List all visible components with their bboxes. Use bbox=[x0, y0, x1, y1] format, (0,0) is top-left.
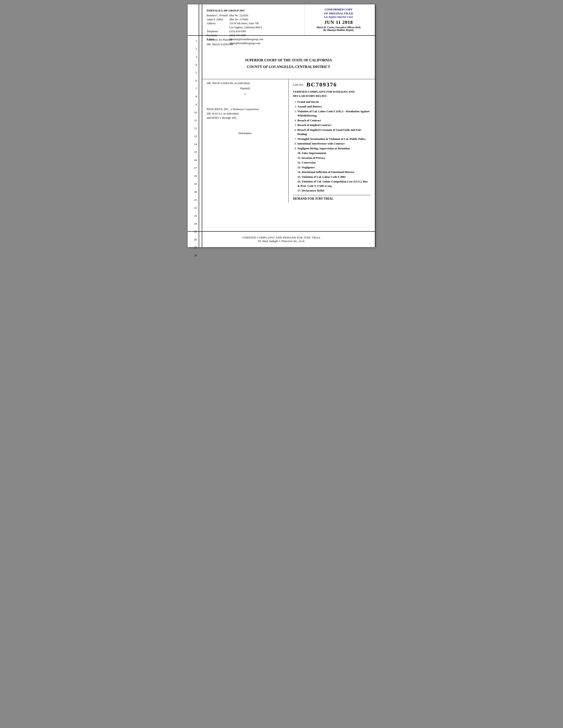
main-content: Attorneys for Plaintiff DR. IMAN SADEGHI… bbox=[202, 35, 375, 232]
address-value: 510 W 6th Street, Suite 700 Los Angeles,… bbox=[229, 21, 265, 29]
versus-line: v. bbox=[207, 92, 284, 96]
telephone-row: Telephone: (323) 410-0300 bbox=[207, 29, 265, 33]
cause-10: 10. False Imprisonment bbox=[293, 151, 371, 155]
demand-jury: DEMAND FOR JURY TRIAL bbox=[293, 195, 371, 201]
cause-8: Intentional Interference with Contract bbox=[298, 141, 371, 146]
cause-4: Breach of Contract bbox=[298, 118, 371, 123]
attorneys-block: Attorneys for Plaintiff DR. IMAN SADEGHI bbox=[202, 35, 375, 48]
blank-line-7 bbox=[202, 48, 375, 56]
case-number: BC709376 bbox=[307, 81, 337, 88]
line-9: 9 bbox=[188, 101, 199, 109]
causes-list: Fraud and Deceit Assault and Battery Vio… bbox=[293, 100, 371, 193]
footer-subtitle: Dr. Iman Sadeghi v. Pinscreen Inc., et a… bbox=[258, 239, 305, 243]
line-2: 2 bbox=[188, 45, 199, 53]
cause-15: 15. Violation of Cal. Labor Code § 2802 bbox=[293, 175, 371, 179]
footer-area: VERIFIED COMPLAINT AND DEMAND FOR JURY T… bbox=[188, 232, 375, 247]
cause-13: 13. Negligence bbox=[293, 165, 371, 170]
cause-16: 16. Violation of Cal. Unfair Competition… bbox=[293, 179, 371, 188]
line-1: 1 bbox=[188, 37, 199, 45]
case-no-label: Case No.: bbox=[293, 83, 304, 86]
cause-7: Wrongful Termination in Violation of Cal… bbox=[298, 137, 371, 141]
address-row: Address: 510 W 6th Street, Suite 700 Los… bbox=[207, 21, 265, 29]
right-vertical-line bbox=[375, 4, 375, 247]
causes-ol: Fraud and Deceit Assault and Battery Vio… bbox=[293, 100, 371, 193]
line-5: 5 bbox=[188, 69, 199, 77]
attorney2-bar: (Bar No. 217669) bbox=[229, 17, 265, 21]
attorney1-bar: (Bar No. 222429) bbox=[229, 13, 265, 17]
court-title-line2: COUNTY OF LOS ANGELES, CENTRAL DISTRICT bbox=[202, 64, 375, 71]
line-11: 11 bbox=[188, 116, 199, 124]
telephone-label: Telephone: bbox=[207, 29, 229, 33]
header-area: FERNALD LAW GROUP APC Brandon C. Fernald… bbox=[202, 4, 375, 35]
line-10: 10 bbox=[188, 109, 199, 116]
line-22: 22 bbox=[188, 204, 199, 212]
document-page: 1 2 3 4 5 6 7 8 9 10 11 12 13 14 15 16 1… bbox=[188, 4, 375, 247]
filed-date: JUN 11 2018 bbox=[307, 19, 371, 25]
plaintiff-description: DR. IMAN SADEGHI, an individual, bbox=[207, 81, 284, 85]
line-28: 28 bbox=[188, 251, 199, 259]
line-13: 13 bbox=[188, 132, 199, 140]
case-section: DR. IMAN SADEGHI, an individual, Plainti… bbox=[202, 79, 375, 203]
attorney1-name: Brandon C. Fernald bbox=[207, 13, 229, 17]
cause-3: Violation of Cal. Labor Code § 1102.5 - … bbox=[298, 109, 371, 118]
line-numbers-column: 1 2 3 4 5 6 7 8 9 10 11 12 13 14 15 16 1… bbox=[188, 4, 199, 247]
cause-17: 17. Declaratory Relief bbox=[293, 188, 371, 193]
header-left: FERNALD LAW GROUP APC Brandon C. Fernald… bbox=[202, 4, 304, 35]
court-title-line1: SUPERIOR COURT OF THE STATE OF CALIFORNI… bbox=[202, 56, 375, 64]
firm-name: FERNALD LAW GROUP APC bbox=[207, 8, 300, 13]
deputy-name: By Shaunya Bolden, Deputy bbox=[307, 29, 371, 31]
case-right-column: Case No.: BC709376 VERIFIED COMPLAINT FO… bbox=[289, 79, 375, 203]
court-name-stamp: Los Angeles Superior Court bbox=[307, 15, 371, 18]
blank-line-10 bbox=[202, 71, 375, 79]
blank-left-14 bbox=[207, 97, 284, 105]
line-20: 20 bbox=[188, 188, 199, 196]
cause-1: Fraud and Deceit bbox=[298, 100, 371, 104]
line-14: 14 bbox=[188, 140, 199, 148]
telephone-value: (323) 410-0300 bbox=[229, 29, 265, 33]
attorneys-for-label: Attorneys for Plaintiff bbox=[207, 38, 371, 42]
line-7: 7 bbox=[188, 85, 199, 93]
footer-title: VERIFIED COMPLAINT AND DEMAND FOR JURY T… bbox=[242, 236, 321, 239]
cause-2: Assault and Battery bbox=[298, 104, 371, 109]
clerk-name: Sherri R. Carter, Executive Officer/cler… bbox=[307, 26, 371, 29]
line-21: 21 bbox=[188, 196, 199, 204]
line-23: 23 bbox=[188, 212, 199, 220]
cause-12: 12. Conversion bbox=[293, 160, 371, 165]
line-18: 18 bbox=[188, 172, 199, 180]
line-8: 8 bbox=[188, 93, 199, 101]
header-right-stamp: CONFORMED COPY OF ORIGINAL FILED Los Ang… bbox=[304, 4, 375, 35]
cause-14: 14. Intentional Infliction of Emotional … bbox=[293, 170, 371, 174]
cause-5: Breach of Implied Contract bbox=[298, 123, 371, 127]
case-left-column: DR. IMAN SADEGHI, an individual, Plainti… bbox=[202, 79, 289, 203]
blank-left-17 bbox=[207, 122, 284, 130]
line-16: 16 bbox=[188, 156, 199, 164]
line-4: 4 bbox=[188, 61, 199, 69]
attorney2-row: Adam P. Zaffos (Bar No. 217669) bbox=[207, 17, 265, 21]
line-12: 12 bbox=[188, 124, 199, 132]
attorney2-name: Adam P. Zaffos bbox=[207, 17, 229, 21]
defendant-desc: PINSCREEN, INC., a Delaware Corporation;… bbox=[207, 107, 284, 120]
line-6: 6 bbox=[188, 77, 199, 85]
attorney1-row: Brandon C. Fernald (Bar No. 222429) bbox=[207, 13, 265, 17]
cause-9: Negligent Hiring, Supervision or Retenti… bbox=[298, 146, 371, 151]
plaintiff-name-header: DR. IMAN SADEGHI bbox=[207, 42, 371, 47]
case-number-line: Case No.: BC709376 bbox=[293, 81, 371, 88]
cause-11: 11. Invasion of Privacy bbox=[293, 156, 371, 160]
line-3: 3 bbox=[188, 53, 199, 61]
address-label: Address: bbox=[207, 21, 229, 29]
line-17: 17 bbox=[188, 164, 199, 172]
defendant-role: Defendants. bbox=[207, 131, 284, 135]
cause-6: Breach of Implied Covenant of Good Faith… bbox=[298, 128, 371, 136]
of-original-label: OF ORIGINAL FILED bbox=[307, 11, 371, 15]
line-15: 15 bbox=[188, 148, 199, 156]
conformed-copy-label: CONFORMED COPY bbox=[307, 8, 371, 11]
plaintiff-role: Plaintiff, bbox=[207, 87, 284, 90]
line-24: 24 bbox=[188, 220, 199, 228]
complaint-title: VERIFIED COMPLAINT FOR DAMAGES AND DECLA… bbox=[293, 90, 371, 98]
line-19: 19 bbox=[188, 180, 199, 188]
